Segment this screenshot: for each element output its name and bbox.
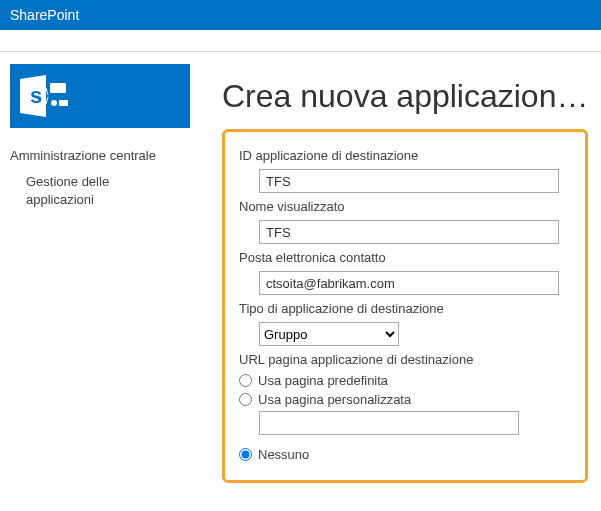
label-target-app-type: Tipo di applicazione di destinazione (239, 301, 571, 316)
suite-bar: SharePoint (0, 0, 601, 30)
radio-none[interactable] (239, 448, 252, 461)
page-title: Crea nuova applicazion… (222, 78, 588, 115)
label-contact-email: Posta elettronica contatto (239, 250, 571, 265)
select-target-app-type[interactable]: Gruppo (259, 322, 399, 346)
svg-rect-4 (59, 100, 68, 106)
svg-point-3 (51, 100, 57, 106)
nav-app-management[interactable]: Gestione delle applicazioni (10, 173, 180, 208)
right-column: Crea nuova applicazion… ID applicazione … (210, 64, 592, 483)
radio-use-default-page[interactable] (239, 374, 252, 387)
suite-brand: SharePoint (10, 7, 79, 23)
radio-label-use-default-page: Usa pagina predefinita (258, 373, 388, 388)
radio-label-use-custom-page: Usa pagina personalizzata (258, 392, 411, 407)
input-contact-email[interactable] (259, 271, 559, 295)
input-target-app-id[interactable] (259, 169, 559, 193)
radio-label-none: Nessuno (258, 447, 309, 462)
label-display-name: Nome visualizzato (239, 199, 571, 214)
svg-rect-2 (50, 83, 66, 93)
label-target-app-id: ID applicazione di destinazione (239, 148, 571, 163)
left-column: s Amministrazione centrale Gestione dell… (10, 64, 210, 483)
page-content: s Amministrazione centrale Gestione dell… (0, 52, 601, 483)
site-logo[interactable]: s (10, 64, 190, 128)
input-display-name[interactable] (259, 220, 559, 244)
input-custom-page-url[interactable] (259, 411, 519, 435)
form-highlight-box: ID applicazione di destinazione Nome vis… (222, 129, 588, 483)
radio-use-custom-page[interactable] (239, 393, 252, 406)
svg-text:s: s (30, 83, 42, 108)
sharepoint-logo-icon: s (16, 73, 72, 119)
ribbon-area (0, 30, 601, 52)
nav-admin-center[interactable]: Amministrazione centrale (10, 148, 210, 163)
label-page-url: URL pagina applicazione di destinazione (239, 352, 571, 367)
